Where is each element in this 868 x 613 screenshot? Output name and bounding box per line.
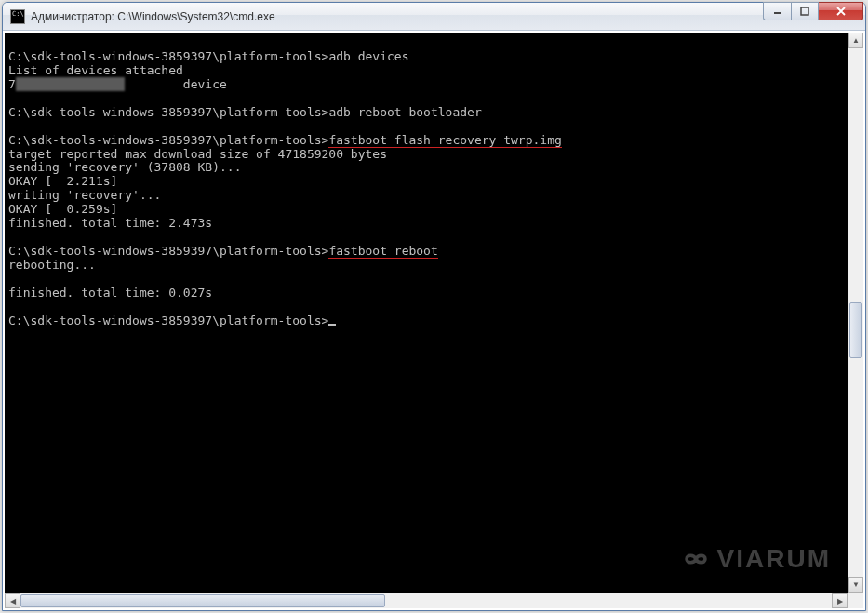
close-button[interactable] <box>819 2 863 20</box>
masked-serial: xxxxxxxxxxxxxxx <box>16 77 125 91</box>
scroll-up-button[interactable]: ▲ <box>848 33 863 48</box>
vertical-scrollbar[interactable]: ▲ ▼ <box>848 33 863 593</box>
hscroll-thumb[interactable] <box>20 594 385 607</box>
svg-rect-1 <box>801 7 808 15</box>
console-output[interactable]: C:\sdk-tools-windows-3859397\platform-to… <box>5 33 848 593</box>
vscroll-thumb[interactable] <box>849 302 862 358</box>
terminal-text: C:\sdk-tools-windows-3859397\platform-to… <box>8 36 844 328</box>
text-cursor <box>328 324 336 326</box>
scroll-left-button[interactable]: ◀ <box>5 593 20 608</box>
scroll-right-button[interactable]: ▶ <box>832 593 848 608</box>
cmd-icon <box>10 9 25 24</box>
infinity-icon <box>678 548 714 570</box>
svg-rect-0 <box>774 12 781 14</box>
scroll-corner <box>848 593 863 608</box>
watermark: VIARUM <box>678 544 831 574</box>
vscroll-track[interactable] <box>848 48 863 577</box>
console-client-area: C:\sdk-tools-windows-3859397\platform-to… <box>3 31 865 610</box>
hscroll-track[interactable] <box>20 593 832 608</box>
window-title: Администратор: C:\Windows\System32\cmd.e… <box>31 10 763 23</box>
titlebar[interactable]: Администратор: C:\Windows\System32\cmd.e… <box>3 3 865 31</box>
scroll-down-button[interactable]: ▼ <box>848 577 863 593</box>
cmd-window: Администратор: C:\Windows\System32\cmd.e… <box>2 2 866 611</box>
highlighted-command-flash: fastboot flash recovery twrp.img <box>328 133 561 148</box>
minimize-button[interactable] <box>763 2 791 20</box>
maximize-button[interactable] <box>791 2 819 20</box>
highlighted-command-reboot: fastboot reboot <box>328 244 437 259</box>
window-controls <box>763 2 863 20</box>
horizontal-scrollbar[interactable]: ◀ ▶ <box>5 593 863 608</box>
